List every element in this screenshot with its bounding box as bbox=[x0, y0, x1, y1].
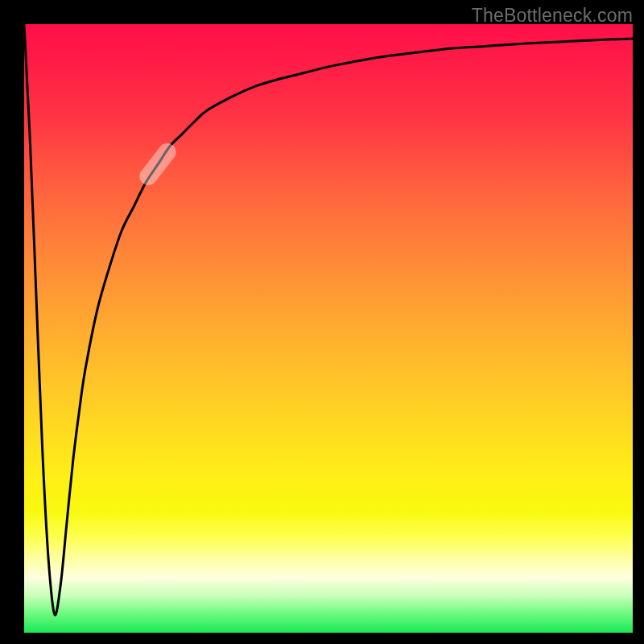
bottleneck-curve bbox=[24, 24, 633, 633]
attribution-text: TheBottleneck.com bbox=[472, 5, 633, 27]
plot-area bbox=[24, 24, 633, 633]
